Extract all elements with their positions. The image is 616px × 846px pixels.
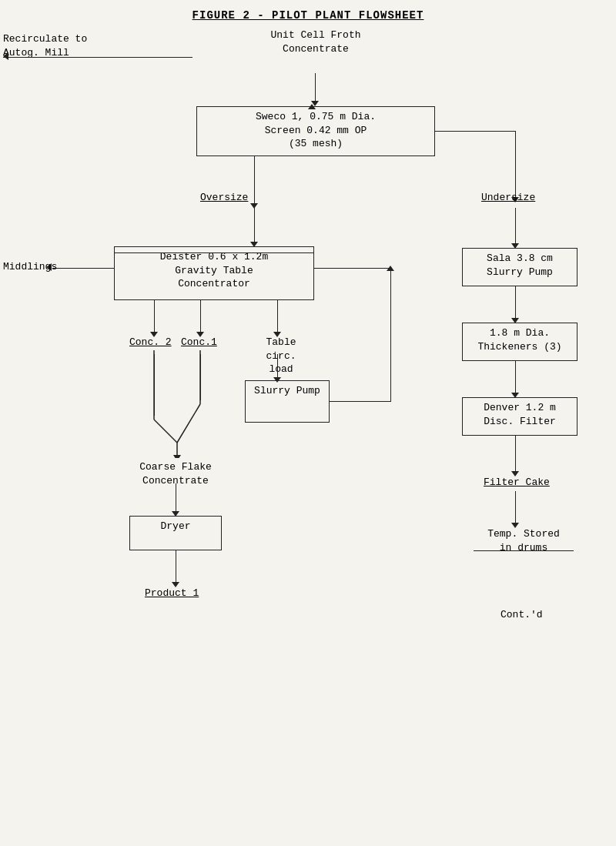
merge-svg: [108, 350, 231, 458]
cont-label: Cont.'d: [500, 608, 543, 622]
flowsheet: FIGURE 2 - PILOT PLANT FLOWSHEET Recircu…: [0, 0, 616, 846]
oversize-label: Oversize: [200, 191, 248, 205]
sweco-box: Sweco 1, 0.75 m Dia.Screen 0.42 mm OP(35…: [196, 106, 435, 156]
thickeners-box: 1.8 m Dia.Thickeners (3): [462, 323, 578, 361]
undersize-label: Undersize: [481, 191, 535, 205]
svg-line-3: [177, 404, 200, 443]
recirculate-label: Recirculate toAutog. Mill: [3, 32, 87, 59]
page-title: FIGURE 2 - PILOT PLANT FLOWSHEET: [0, 9, 616, 22]
product1-label: Product 1: [145, 587, 199, 600]
dryer-box: Dryer: [129, 516, 222, 550]
unit-cell-label: Unit Cell FrothConcentrate: [239, 28, 393, 55]
svg-line-2: [154, 420, 177, 443]
disc-filter-box: Denver 1.2 mDisc. Filter: [462, 397, 578, 436]
slurry-pump-box: Slurry Pump: [245, 380, 330, 423]
deister-box: Deister 0.6 x 1.2mGravity TableConcentra…: [114, 246, 314, 300]
sala-box: Sala 3.8 cmSlurry Pump: [462, 248, 578, 286]
middlings-label: Middlings: [3, 260, 57, 274]
table-circ-label: Tablecirc. load: [254, 336, 308, 376]
conc2-label: Conc. 2: [129, 336, 172, 349]
conc1-label: Conc.1: [181, 336, 217, 349]
filter-cake-label: Filter Cake: [484, 476, 550, 490]
svg-marker-5: [173, 455, 181, 458]
